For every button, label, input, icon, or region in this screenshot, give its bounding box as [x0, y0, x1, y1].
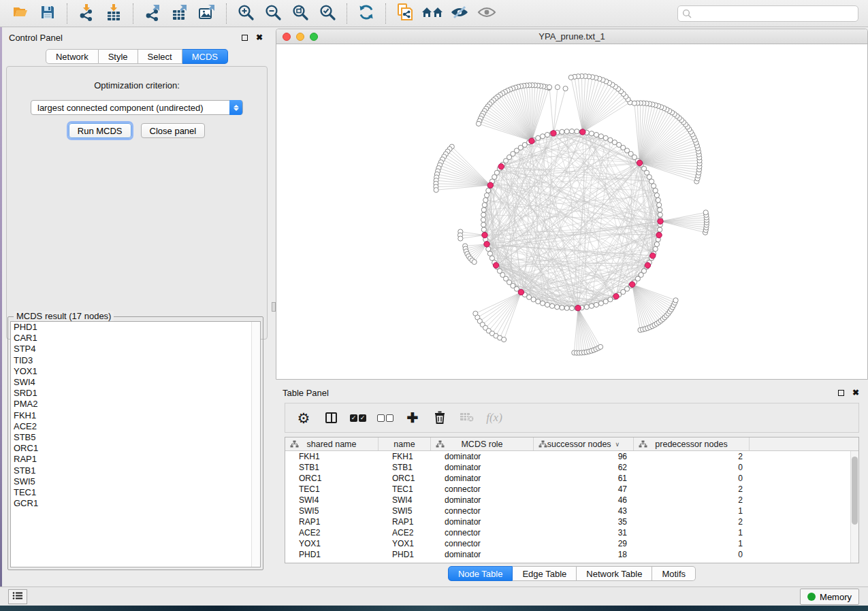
save-session-button[interactable]: [34, 2, 61, 25]
mcds-result-item[interactable]: ORC1: [11, 443, 260, 454]
table-row[interactable]: SWI4SWI4dominator462: [285, 495, 858, 506]
close-panel-button[interactable]: ✖: [850, 387, 861, 398]
save-icon: [39, 4, 56, 22]
mcds-result-item[interactable]: STB5: [11, 432, 260, 443]
table-row[interactable]: FKH1FKH1dominator962: [285, 451, 858, 462]
clone-network-button[interactable]: [391, 2, 419, 25]
zoom-fit-button[interactable]: [287, 2, 314, 25]
memory-button[interactable]: Memory: [800, 589, 859, 605]
table-row[interactable]: PHD1PHD1dominator180: [285, 549, 858, 560]
table-row[interactable]: TEC1TEC1connector472: [285, 484, 858, 495]
export-image-icon: [197, 3, 216, 23]
table-cell: FKH1: [379, 452, 431, 461]
tab-edge-table[interactable]: Edge Table: [513, 566, 577, 581]
zoom-in-button[interactable]: [232, 2, 259, 25]
delete-column-button[interactable]: [428, 406, 451, 429]
main-toolbar: [0, 0, 868, 27]
tab-select[interactable]: Select: [138, 49, 182, 64]
mcds-result-item[interactable]: SWI5: [11, 476, 260, 487]
first-neighbors-button[interactable]: [419, 2, 446, 25]
hide-selected-button[interactable]: [446, 2, 473, 25]
table-panel-title: Table Panel: [283, 388, 329, 398]
column-header-MCDS-role[interactable]: MCDS role: [431, 437, 534, 450]
mcds-list-scrollbar[interactable]: [251, 322, 260, 567]
import-table-button[interactable]: [100, 2, 127, 25]
table-row[interactable]: YOX1YOX1connector291: [285, 538, 858, 549]
table-panel: Table Panel ✖ ⚙ ✓✓ ✚ f(x) shared namenam…: [276, 384, 868, 585]
mcds-result-item[interactable]: STP4: [11, 344, 260, 354]
table-cell: YOX1: [285, 539, 379, 548]
float-panel-button[interactable]: [835, 387, 846, 398]
refresh-icon: [357, 3, 375, 23]
table-scrollbar-thumb[interactable]: [852, 457, 858, 525]
close-panel-button[interactable]: ✖: [254, 32, 265, 43]
table-cell: 1: [634, 528, 750, 538]
network-window-titlebar[interactable]: YPA_prune.txt_1: [276, 29, 867, 44]
mcds-result-item[interactable]: PHD1: [11, 322, 260, 333]
column-label: shared name: [307, 440, 357, 449]
tab-node-table[interactable]: Node Table: [448, 566, 513, 581]
open-file-button[interactable]: [7, 2, 34, 25]
export-image-button[interactable]: [193, 2, 221, 25]
run-mcds-button[interactable]: Run MCDS: [69, 123, 131, 138]
column-header-successor-nodes[interactable]: successor nodes∨: [534, 437, 634, 450]
close-icon: ✖: [256, 33, 263, 42]
tab-mcds[interactable]: MCDS: [182, 49, 228, 64]
export-network-button[interactable]: [139, 2, 166, 25]
mcds-result-item[interactable]: ACE2: [11, 421, 260, 432]
mcds-result-item[interactable]: GCR1: [11, 498, 260, 509]
table-settings-button[interactable]: ⚙: [292, 406, 315, 429]
mcds-result-item[interactable]: CAR1: [11, 333, 260, 344]
import-network-button[interactable]: [73, 2, 100, 25]
mcds-result-item[interactable]: SRD1: [11, 388, 260, 399]
delete-table-button[interactable]: [455, 406, 479, 429]
refresh-button[interactable]: [353, 2, 380, 25]
tab-motifs[interactable]: Motifs: [652, 566, 696, 581]
table-cell: STB1: [379, 463, 431, 472]
table-row[interactable]: SWI5SWI5connector431: [285, 506, 858, 516]
gear-icon: ⚙: [298, 411, 310, 425]
task-history-button[interactable]: [8, 589, 27, 604]
search-input[interactable]: [677, 5, 858, 22]
mcds-result-item[interactable]: TID3: [11, 355, 260, 366]
tab-network[interactable]: Network: [46, 49, 99, 64]
table-row[interactable]: RAP1RAP1dominator352: [285, 516, 858, 527]
column-label: predecessor nodes: [655, 440, 727, 449]
mcds-result-item[interactable]: RAP1: [11, 454, 260, 465]
function-builder-button[interactable]: f(x): [483, 406, 506, 429]
column-header-predecessor-nodes[interactable]: predecessor nodes: [634, 437, 750, 450]
table-row[interactable]: STB1STB1dominator620: [285, 462, 858, 473]
tab-style[interactable]: Style: [99, 49, 138, 64]
export-table-button[interactable]: [166, 2, 193, 25]
float-panel-button[interactable]: [239, 32, 250, 43]
zoom-out-button[interactable]: [259, 2, 287, 25]
show-columns-button[interactable]: [319, 406, 342, 429]
deselect-all-rows-button[interactable]: [374, 406, 397, 429]
table-cell: 2: [634, 452, 750, 461]
select-all-rows-button[interactable]: ✓✓: [347, 406, 370, 429]
table-row[interactable]: ORC1ORC1dominator610: [285, 473, 858, 484]
zoom-selected-button[interactable]: [314, 2, 341, 25]
mcds-result-item[interactable]: FKH1: [11, 410, 260, 421]
mcds-result-item[interactable]: TEC1: [11, 487, 260, 498]
table-cell: 46: [534, 495, 634, 505]
show-all-button[interactable]: [473, 2, 500, 25]
mcds-result-list[interactable]: PHD1CAR1STP4TID3YOX1SWI4SRD1PMA2FKH1ACE2…: [10, 321, 261, 567]
mcds-result-item[interactable]: STB1: [11, 465, 260, 476]
hierarchy-icon: [290, 440, 299, 450]
add-column-button[interactable]: ✚: [401, 406, 424, 429]
table-scrollbar[interactable]: [850, 451, 858, 563]
table-cell: 62: [534, 463, 634, 472]
column-header-name[interactable]: name: [379, 437, 431, 450]
optimization-criterion-select[interactable]: largest connected component (undirected): [31, 100, 243, 115]
tab-network-table[interactable]: Network Table: [577, 566, 652, 581]
close-panel-action-button[interactable]: Close panel: [141, 123, 206, 138]
mcds-result-item[interactable]: SWI4: [11, 377, 260, 388]
table-cell: 61: [534, 474, 634, 483]
mcds-result-item[interactable]: YOX1: [11, 366, 260, 377]
mcds-result-item[interactable]: PMA2: [11, 399, 260, 410]
network-canvas[interactable]: [276, 44, 867, 379]
table-row[interactable]: ACE2ACE2connector311: [285, 527, 858, 538]
toolbar-separator: [133, 3, 133, 24]
column-header-shared-name[interactable]: shared name: [285, 437, 379, 450]
